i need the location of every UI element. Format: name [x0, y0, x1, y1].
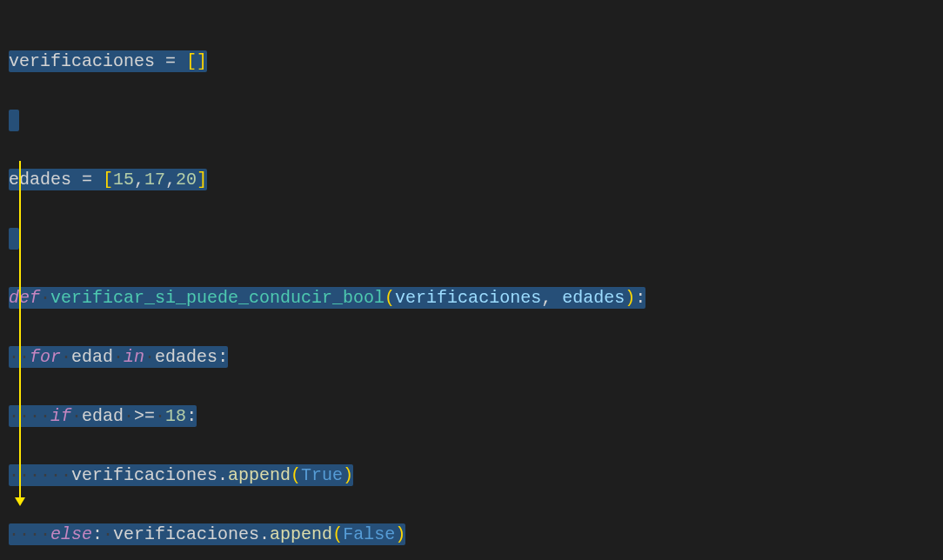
code-line-9[interactable]: ····else:·verificaciones.append(False) — [9, 520, 934, 550]
code-line-5[interactable]: def·verificar_si_puede_conducir_bool(ver… — [9, 283, 934, 313]
indent-guide-arrow — [19, 161, 21, 504]
code-line-1[interactable]: verificaciones = [] — [9, 47, 934, 77]
code-line-6[interactable]: ··for·edad·in·edades: — [9, 343, 934, 372]
code-line-8[interactable]: ······verificaciones.append(True) — [9, 461, 934, 490]
code-editor[interactable]: verificaciones = [] edades = [15,17,20] … — [9, 17, 934, 560]
code-line-2[interactable] — [9, 106, 934, 136]
code-line-4[interactable] — [9, 224, 934, 254]
code-line-3[interactable]: edades = [15,17,20] — [9, 165, 934, 195]
code-line-7[interactable]: ····if·edad·>=·18: — [9, 402, 934, 431]
